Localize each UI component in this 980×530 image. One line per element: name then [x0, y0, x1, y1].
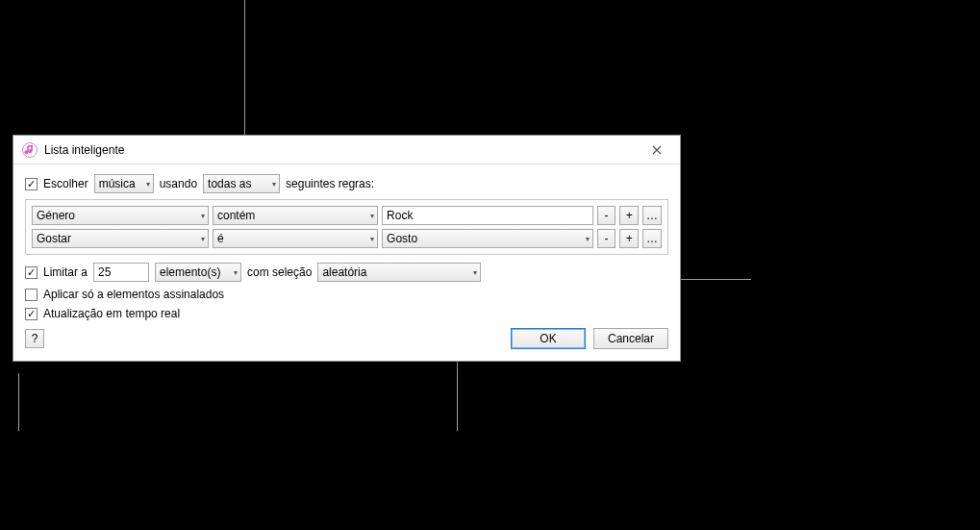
- rule-operator-value: é: [217, 232, 373, 245]
- match-checked-checkbox[interactable]: [25, 289, 38, 301]
- callout-line-left-v: [18, 373, 19, 431]
- remove-rule-button[interactable]: -: [597, 206, 616, 225]
- media-type-value: música: [99, 177, 149, 190]
- match-label-escolher: Escolher: [43, 177, 88, 190]
- rule-field-value: Género: [37, 209, 204, 222]
- chevron-down-icon: ▾: [201, 235, 205, 243]
- rule-row: Género ▾ contém ▾ Rock - + …: [32, 206, 662, 225]
- chevron-down-icon: ▾: [473, 268, 477, 277]
- chevron-down-icon: ▾: [586, 235, 590, 243]
- match-label-suffix: seguintes regras:: [286, 177, 374, 190]
- chevron-down-icon: ▾: [370, 212, 374, 220]
- add-rule-button[interactable]: +: [619, 229, 639, 248]
- media-type-select[interactable]: música ▾: [94, 174, 154, 193]
- limit-checkbox[interactable]: [25, 266, 38, 279]
- remove-rule-button[interactable]: -: [597, 229, 616, 248]
- live-update-row: Atualização em tempo real: [25, 307, 668, 320]
- rules-container: Género ▾ contém ▾ Rock - + … Gostar ▾: [25, 199, 668, 255]
- close-icon: [652, 145, 662, 155]
- limit-value-input[interactable]: 25: [93, 263, 149, 282]
- rule-value-text: Gosto: [387, 232, 589, 245]
- rule-field-select[interactable]: Género ▾: [32, 206, 209, 225]
- limit-selection-select[interactable]: aleatória ▾: [317, 263, 481, 282]
- chevron-down-icon: ▾: [201, 212, 205, 220]
- close-button[interactable]: [641, 139, 672, 162]
- dialog-title: Lista inteligente: [44, 143, 641, 157]
- smart-playlist-dialog: Lista inteligente Escolher música ▾ usan…: [13, 135, 681, 362]
- rule-operator-select[interactable]: é ▾: [213, 229, 378, 248]
- match-checked-label: Aplicar só a elementos assinalados: [43, 288, 224, 301]
- match-scope-select[interactable]: todas as ▾: [203, 174, 280, 193]
- limit-unit-select[interactable]: elemento(s) ▾: [155, 263, 241, 282]
- titlebar: Lista inteligente: [13, 136, 680, 164]
- itunes-icon: [21, 141, 38, 159]
- dialog-footer: ? OK Cancelar: [25, 328, 668, 349]
- chevron-down-icon: ▾: [146, 180, 150, 189]
- rule-operator-select[interactable]: contém ▾: [213, 206, 378, 225]
- rule-operator-value: contém: [217, 209, 373, 222]
- limit-label: Limitar a: [43, 265, 88, 279]
- match-label-usando: usando: [160, 177, 197, 190]
- match-row: Escolher música ▾ usando todas as ▾ segu…: [25, 174, 668, 193]
- chevron-down-icon: ▾: [370, 235, 374, 243]
- limit-selection-value: aleatória: [322, 265, 476, 279]
- live-update-label: Atualização em tempo real: [43, 307, 180, 320]
- live-update-checkbox[interactable]: [25, 308, 38, 320]
- match-scope-value: todas as: [208, 177, 275, 190]
- ok-button[interactable]: OK: [511, 328, 586, 349]
- rule-row: Gostar ▾ é ▾ Gosto ▾ - + …: [32, 229, 662, 248]
- rule-value-input[interactable]: Rock: [382, 206, 593, 225]
- help-button[interactable]: ?: [25, 329, 44, 348]
- chevron-down-icon: ▾: [234, 268, 238, 277]
- limit-selection-label: com seleção: [247, 265, 312, 279]
- limit-unit-value: elemento(s): [160, 265, 237, 279]
- dialog-body: Escolher música ▾ usando todas as ▾ segu…: [13, 164, 680, 361]
- match-checked-row: Aplicar só a elementos assinalados: [25, 288, 668, 301]
- match-checkbox[interactable]: [25, 178, 38, 190]
- rule-field-select[interactable]: Gostar ▾: [32, 229, 209, 248]
- rule-field-value: Gostar: [37, 232, 204, 245]
- chevron-down-icon: ▾: [272, 180, 276, 189]
- add-rule-button[interactable]: +: [619, 206, 639, 225]
- rule-value-select[interactable]: Gosto ▾: [382, 229, 593, 248]
- limit-row: Limitar a 25 elemento(s) ▾ com seleção a…: [25, 263, 668, 282]
- nest-rule-button[interactable]: …: [642, 229, 662, 248]
- limit-value-text: 25: [98, 265, 111, 279]
- rule-value-text: Rock: [387, 209, 413, 222]
- nest-rule-button[interactable]: …: [642, 206, 662, 225]
- cancel-button[interactable]: Cancelar: [593, 328, 668, 349]
